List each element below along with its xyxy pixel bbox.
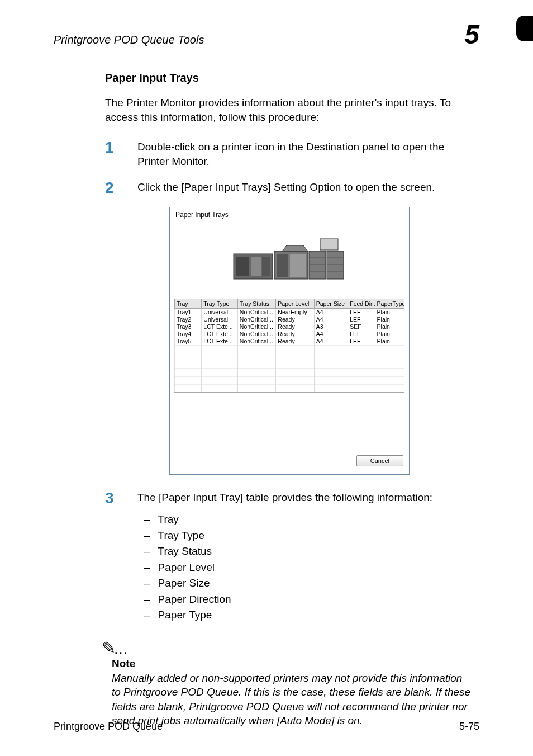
step-number: 2 bbox=[105, 180, 122, 196]
table-row[interactable]: Tray3 LCT Exte... NonCritical .. Ready A… bbox=[175, 323, 404, 330]
table-row bbox=[175, 346, 404, 353]
info-fields-list: Tray Tray Type Tray Status Paper Level P… bbox=[144, 512, 474, 623]
table-row[interactable]: Tray2 Universal NonCritical .. Ready A4 … bbox=[175, 316, 404, 323]
step-3: 3 The [Paper Input Tray] table provides … bbox=[105, 490, 474, 623]
section-title: Paper Input Trays bbox=[105, 72, 474, 84]
step-text: Click the [Paper Input Trays] Setting Op… bbox=[137, 180, 474, 195]
list-item: Paper Type bbox=[144, 607, 474, 623]
col-tray[interactable]: Tray bbox=[175, 299, 202, 308]
list-item: Tray bbox=[144, 512, 474, 528]
table-row bbox=[175, 369, 404, 377]
note-label: Note bbox=[112, 658, 474, 670]
col-tray-status[interactable]: Tray Status bbox=[237, 299, 275, 308]
step-2: 2 Click the [Paper Input Trays] Setting … bbox=[105, 180, 474, 196]
chapter-tab bbox=[516, 16, 533, 41]
svg-rect-5 bbox=[277, 254, 288, 277]
list-item: Tray Type bbox=[144, 528, 474, 544]
table-header-row: Tray Tray Type Tray Status Paper Level P… bbox=[175, 299, 404, 308]
list-item: Paper Size bbox=[144, 575, 474, 592]
list-item: Paper Direction bbox=[144, 592, 474, 608]
table-row bbox=[175, 361, 404, 369]
step-number: 1 bbox=[105, 140, 122, 155]
note-dots-icon: … bbox=[113, 640, 129, 658]
dialog-title: Paper Input Trays bbox=[170, 207, 409, 221]
header-tool-title: Printgroove POD Queue Tools bbox=[54, 34, 204, 46]
list-item: Paper Level bbox=[144, 560, 474, 576]
printer-illustration bbox=[174, 226, 404, 293]
table-row[interactable]: Tray5 LCT Exte... NonCritical .. Ready A… bbox=[175, 338, 404, 346]
svg-rect-1 bbox=[236, 257, 249, 276]
table-row[interactable]: Tray4 LCT Exte... NonCritical .. Ready A… bbox=[175, 330, 404, 338]
svg-rect-7 bbox=[309, 251, 326, 279]
list-item: Tray Status bbox=[144, 544, 474, 560]
svg-rect-2 bbox=[251, 257, 261, 276]
step-text: Double-click on a printer icon in the De… bbox=[137, 140, 474, 168]
svg-rect-15 bbox=[320, 239, 338, 250]
svg-rect-6 bbox=[290, 254, 306, 277]
table-row bbox=[175, 353, 404, 361]
page-header: Printgroove POD Queue Tools 5 bbox=[54, 22, 479, 49]
paper-input-trays-dialog: Paper Input Trays bbox=[169, 207, 410, 475]
table-row bbox=[175, 385, 404, 393]
footer-product: Printgroove POD Queue bbox=[54, 721, 163, 733]
col-paper-size[interactable]: Paper Size bbox=[314, 299, 348, 308]
table-row bbox=[175, 377, 404, 385]
table-row[interactable]: Tray1 Universal NonCritical .. NearEmpty… bbox=[175, 308, 404, 316]
step-number: 3 bbox=[105, 490, 122, 506]
svg-rect-11 bbox=[327, 251, 344, 279]
svg-rect-3 bbox=[262, 257, 270, 276]
step-1: 1 Double-click on a printer icon in the … bbox=[105, 140, 474, 168]
cancel-button[interactable]: Cancel bbox=[356, 455, 403, 466]
col-tray-type[interactable]: Tray Type bbox=[202, 299, 237, 308]
page-footer: Printgroove POD Queue 5-75 bbox=[54, 715, 479, 733]
col-feed-dir[interactable]: Feed Dir... bbox=[348, 299, 375, 308]
section-intro: The Printer Monitor provides information… bbox=[105, 96, 474, 124]
col-paper-type[interactable]: PaperType bbox=[375, 299, 404, 308]
footer-page-number: 5-75 bbox=[459, 721, 479, 733]
chapter-number: 5 bbox=[464, 22, 479, 46]
step-text: The [Paper Input Tray] table provides th… bbox=[137, 490, 474, 623]
printer-icon bbox=[231, 234, 348, 285]
paper-input-trays-table: Tray Tray Type Tray Status Paper Level P… bbox=[174, 299, 404, 393]
col-paper-level[interactable]: Paper Level bbox=[276, 299, 314, 308]
